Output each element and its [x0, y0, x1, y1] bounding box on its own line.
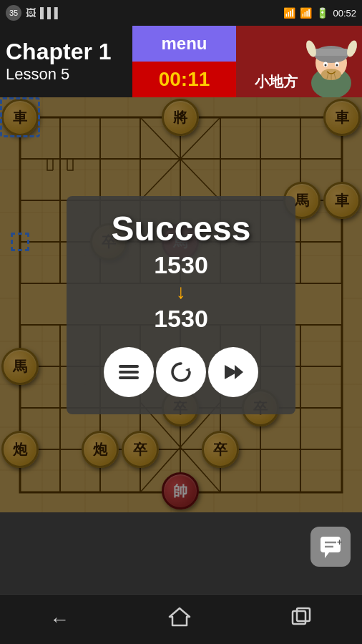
app-header: Chapter 1 Lesson 5 menu 00:11 小地方 [0, 26, 362, 97]
svg-marker-54 [235, 365, 243, 379]
svg-marker-56 [325, 552, 329, 558]
viking-avatar [301, 26, 362, 97]
chapter-title: Chapter 1 [6, 39, 132, 64]
lesson-title: Lesson 5 [6, 65, 132, 84]
svg-rect-3 [314, 49, 348, 56]
menu-action-button[interactable] [104, 347, 154, 397]
battery-icon: 🔋 [316, 7, 328, 19]
svg-rect-49 [119, 365, 139, 368]
svg-marker-60 [170, 608, 190, 625]
signal-icon: 📶 [300, 7, 312, 19]
svg-text:+: + [337, 537, 342, 547]
header-right: 小地方 [236, 26, 362, 97]
success-overlay: Success 1530 ↓ 1530 [0, 97, 362, 512]
success-text: Success [112, 209, 251, 248]
game-board: 車 將 車 馬 車 卒 馬 馬 炮 炮 卒 卒 卒 卒 帥 Success 15… [0, 97, 362, 512]
header-left: Chapter 1 Lesson 5 [0, 26, 132, 97]
header-center: menu 00:11 [132, 26, 236, 97]
clock-time: 00:52 [333, 8, 356, 19]
home-button[interactable] [154, 598, 205, 640]
score-before: 1530 [154, 251, 208, 279]
next-button[interactable] [208, 347, 258, 397]
replay-button[interactable] [156, 347, 206, 397]
svg-point-9 [336, 64, 338, 67]
success-banner: Success 1530 ↓ 1530 [67, 196, 295, 414]
svg-rect-61 [293, 611, 305, 624]
chat-bubble-button[interactable]: + [310, 527, 351, 567]
action-buttons [95, 347, 267, 397]
menu-button[interactable]: menu [132, 26, 236, 62]
wifi-icon: 📶 [283, 7, 295, 19]
navigation-bar: ← [0, 594, 362, 644]
svg-rect-51 [119, 376, 139, 379]
back-button[interactable]: ← [35, 601, 84, 638]
score-after: 1530 [154, 305, 208, 333]
timer-display: 00:11 [132, 62, 236, 97]
subtitle-text: 小地方 [255, 72, 298, 92]
svg-rect-62 [297, 608, 310, 621]
svg-point-8 [325, 64, 327, 67]
recent-apps-button[interactable] [275, 598, 327, 640]
photo-icon: 🖼 [26, 7, 36, 19]
status-bar: 35 🖼 ▌▌▌ 📶 📶 🔋 00:52 [0, 0, 362, 26]
status-number: 35 [6, 5, 21, 21]
bar-icon: ▌▌▌ [40, 7, 62, 19]
svg-marker-52 [185, 368, 190, 372]
score-arrow: ↓ [176, 282, 186, 302]
svg-rect-50 [119, 371, 139, 374]
